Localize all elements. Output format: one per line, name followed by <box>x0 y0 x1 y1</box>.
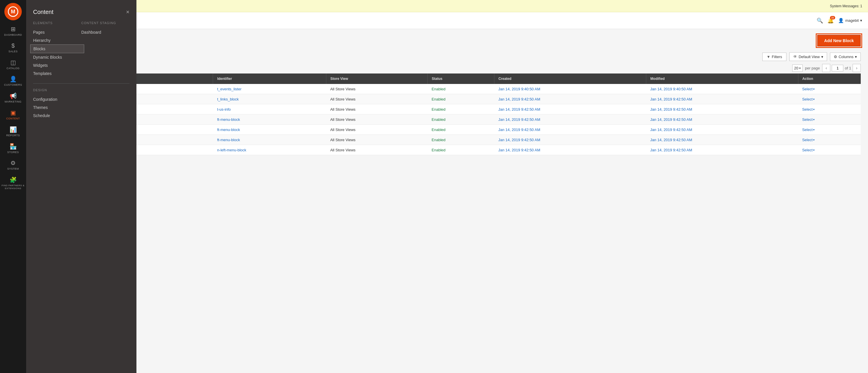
sidebar-item-customers[interactable]: 👤 CUSTOMERS <box>0 73 26 89</box>
notifications-button[interactable]: 🔔 39 <box>827 18 834 24</box>
sidebar-item-content[interactable]: ▣ CONTENT <box>0 106 26 123</box>
system-messages-link[interactable]: System Messages: 1 <box>830 4 862 8</box>
cell-identifier: n-left-menu-block <box>213 145 326 155</box>
cell-created: Jan 14, 2019 9:40:50 AM <box>494 84 646 94</box>
cell-identifier: ft-menu-block <box>213 114 326 125</box>
table-row: 7 main-left-menu-block n-left-menu-block… <box>33 145 861 155</box>
cell-modified: Jan 14, 2019 9:40:50 AM <box>646 84 798 94</box>
sidebar-item-dashboard[interactable]: ⊞ DASHBOARD <box>0 23 26 39</box>
page-content: Blocks Add New Block ▼ Filters 👁 Default… <box>26 29 868 373</box>
sidebar-item-catalog[interactable]: ◫ CATALOG <box>0 56 26 73</box>
cell-store-view: All Store Views <box>326 114 427 125</box>
menu-col-staging: Content Staging Dashboard <box>81 21 129 78</box>
cell-action[interactable]: Select▾ <box>798 135 861 145</box>
menu-title: Content <box>33 9 54 16</box>
default-view-selector[interactable]: 👁 Default View ▾ <box>789 52 827 61</box>
sidebar-label-sales: SALES <box>8 50 18 53</box>
action-select-button[interactable]: Select▾ <box>802 117 857 122</box>
cell-identifier: t_events_lister <box>213 84 326 94</box>
action-select-button[interactable]: Select▾ <box>802 107 857 112</box>
sidebar: ⊞ DASHBOARD $ SALES ◫ CATALOG 👤 CUSTOMER… <box>0 0 26 373</box>
menu-item-dynamic-blocks[interactable]: Dynamic Blocks <box>33 53 81 61</box>
menu-item-pages[interactable]: Pages <box>33 28 81 36</box>
cell-created: Jan 14, 2019 9:42:50 AM <box>494 145 646 155</box>
menu-item-widgets[interactable]: Widgets <box>33 61 81 69</box>
sidebar-item-stores[interactable]: 🏪 STORES <box>0 140 26 157</box>
cell-store-view: All Store Views <box>326 125 427 135</box>
system-message-bar: running. System Messages: 1 <box>26 0 868 12</box>
sidebar-label-dashboard: DASHBOARD <box>4 33 22 37</box>
cell-action[interactable]: Select▾ <box>798 125 861 135</box>
top-header: 🔍 🔔 39 👤 magebit ▾ <box>26 12 868 29</box>
search-icon[interactable]: 🔍 <box>817 18 823 24</box>
action-select-button[interactable]: Select▾ <box>802 138 857 142</box>
sidebar-label-extensions: FIND PARTNERS & EXTENSIONS <box>1 184 25 190</box>
sidebar-item-extensions[interactable]: 🧩 FIND PARTNERS & EXTENSIONS <box>0 173 26 193</box>
col-header-status: Status <box>428 74 494 84</box>
sidebar-item-system[interactable]: ⚙ SYSTEM <box>0 156 26 173</box>
cell-status: Enabled <box>428 145 494 155</box>
table-row: 4 left-menu-block ft-menu-block All Stor… <box>33 114 861 125</box>
page-number-input[interactable] <box>832 65 843 71</box>
sidebar-item-sales[interactable]: $ SALES <box>0 39 26 56</box>
menu-item-templates[interactable]: Templates <box>33 69 81 78</box>
action-select-button[interactable]: Select▾ <box>802 127 857 132</box>
col-header-identifier: Identifier <box>213 74 326 84</box>
cell-created: Jan 14, 2019 9:42:50 AM <box>494 104 646 114</box>
action-select-button[interactable]: Select▾ <box>802 148 857 152</box>
cell-modified: Jan 14, 2019 9:42:50 AM <box>646 104 798 114</box>
menu-item-staging-dashboard[interactable]: Dashboard <box>81 28 129 36</box>
filter-label: Filters <box>772 55 782 59</box>
menu-close-button[interactable]: × <box>126 9 129 16</box>
staging-section-title: Content Staging <box>81 21 129 25</box>
sidebar-label-customers: CUSTOMERS <box>4 83 22 87</box>
cell-action[interactable]: Select▾ <box>798 114 861 125</box>
user-menu[interactable]: 👤 magebit ▾ <box>838 18 862 23</box>
sales-icon: $ <box>11 42 14 49</box>
action-chevron-icon: ▾ <box>813 148 814 152</box>
filters-button[interactable]: ▼ Filters <box>762 53 786 61</box>
cell-action[interactable]: Select▾ <box>798 84 861 94</box>
marketing-icon: 📢 <box>9 92 17 99</box>
page-header-row: Blocks Add New Block <box>33 35 861 47</box>
action-select-button[interactable]: Select▾ <box>802 97 857 102</box>
menu-item-hierarchy[interactable]: Hierarchy <box>33 36 81 45</box>
sidebar-item-reports[interactable]: 📊 REPORTS <box>0 123 26 140</box>
brand-logo[interactable] <box>4 3 22 20</box>
prev-page-button[interactable]: ‹ <box>822 64 830 72</box>
filter-icon: ▼ <box>767 55 771 59</box>
extensions-icon: 🧩 <box>9 176 17 183</box>
menu-item-blocks[interactable]: Blocks <box>30 45 84 53</box>
menu-item-configuration[interactable]: Configuration <box>33 95 129 104</box>
cell-action[interactable]: Select▾ <box>798 104 861 114</box>
user-name: magebit <box>845 18 859 23</box>
reports-icon: 📊 <box>9 126 17 133</box>
sidebar-label-system: SYSTEM <box>7 167 19 171</box>
columns-button[interactable]: ⚙ Columns ▾ <box>830 53 861 61</box>
col-header-created: Created <box>494 74 646 84</box>
cell-identifier: ft-menu-block <box>213 125 326 135</box>
cell-identifier: ft-menu-block <box>213 135 326 145</box>
per-page-chevron: ▾ <box>799 66 801 70</box>
cell-action[interactable]: Select▾ <box>798 94 861 104</box>
cell-action[interactable]: Select▾ <box>798 145 861 155</box>
user-avatar-icon: 👤 <box>838 18 844 23</box>
cell-status: Enabled <box>428 125 494 135</box>
sidebar-item-marketing[interactable]: 📢 MARKETING <box>0 89 26 106</box>
sidebar-label-reports: REPORTS <box>6 134 20 137</box>
action-chevron-icon: ▾ <box>813 118 814 121</box>
per-page-value: 20 <box>794 66 798 70</box>
col-header-store-view: Store View <box>326 74 427 84</box>
sidebar-label-content: CONTENT <box>6 117 20 120</box>
per-page-selector[interactable]: 20 ▾ <box>792 64 803 72</box>
catalog-icon: ◫ <box>10 59 16 66</box>
add-new-block-button[interactable]: Add New Block <box>817 35 861 47</box>
action-chevron-icon: ▾ <box>813 97 814 101</box>
next-page-button[interactable]: › <box>852 64 861 72</box>
columns-gear-icon: ⚙ <box>834 55 837 59</box>
action-select-button[interactable]: Select▾ <box>802 87 857 91</box>
cell-identifier: t_links_block <box>213 94 326 104</box>
menu-item-schedule[interactable]: Schedule <box>33 112 129 120</box>
menu-item-themes[interactable]: Themes <box>33 104 129 112</box>
menu-design-section: Design Configuration Themes Schedule <box>26 84 136 120</box>
